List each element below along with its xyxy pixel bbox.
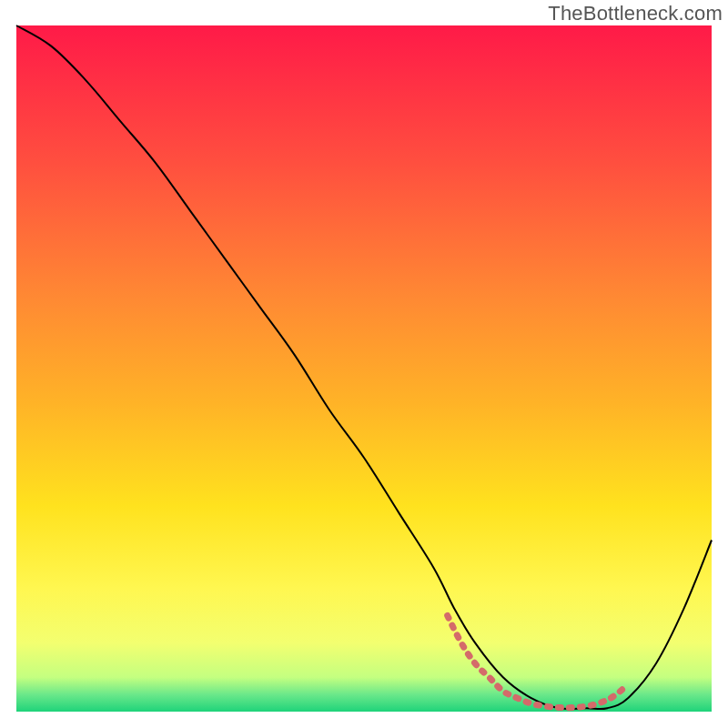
chart-container: TheBottleneck.com — [0, 0, 728, 728]
plot-background — [16, 25, 712, 712]
bottleneck-chart — [0, 0, 728, 728]
watermark-text: TheBottleneck.com — [548, 2, 723, 25]
